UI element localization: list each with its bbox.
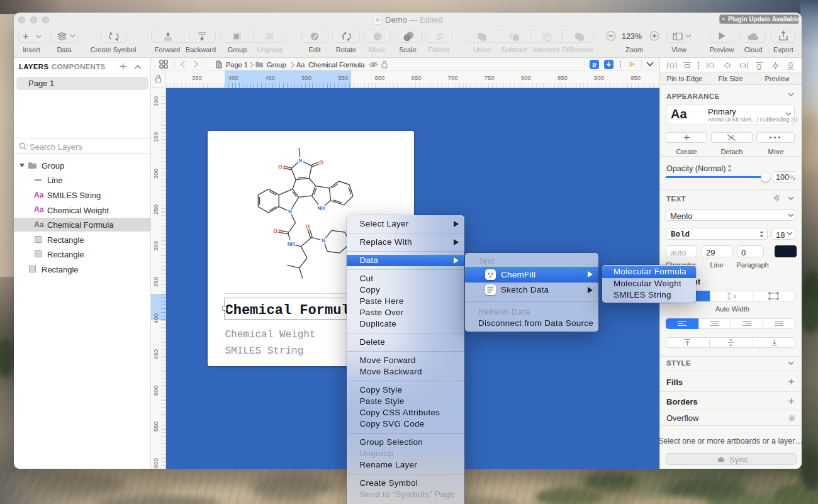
svg-text:O: O	[319, 160, 323, 165]
svg-text:O: O	[306, 224, 310, 230]
svg-text:NH: NH	[317, 206, 325, 211]
svg-text:NH: NH	[288, 242, 295, 247]
svg-text:A: A	[733, 294, 737, 300]
svg-text:N: N	[322, 238, 325, 244]
svg-text:R: R	[591, 61, 597, 69]
svg-text:O: O	[274, 228, 278, 234]
svg-text:O: O	[278, 164, 283, 170]
svg-text:N: N	[288, 209, 292, 215]
svg-text:N: N	[298, 158, 302, 164]
